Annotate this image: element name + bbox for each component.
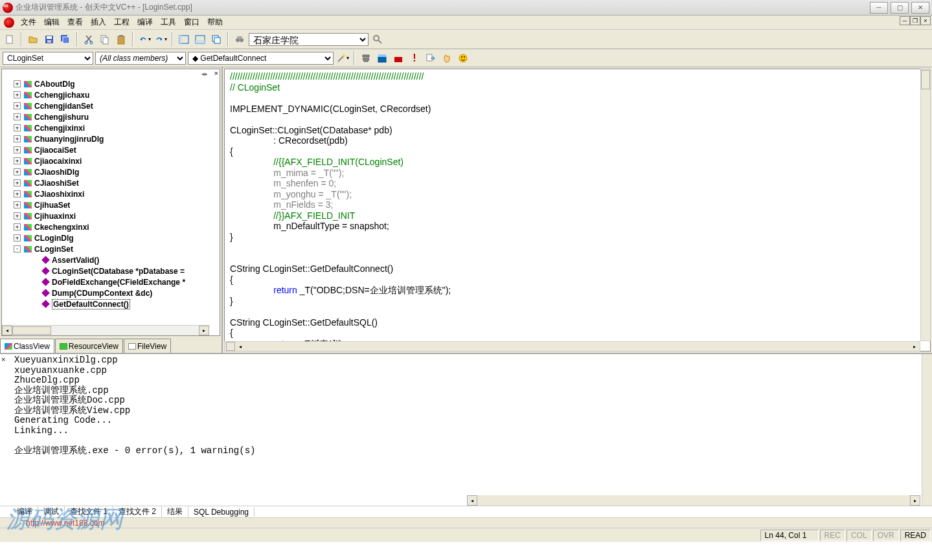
- output-tab-5[interactable]: SQL Debugging: [188, 508, 255, 517]
- output-window-button[interactable]: [193, 32, 207, 47]
- stop-build-button[interactable]: [391, 51, 405, 65]
- tree-class-node[interactable]: +CAboutDlg: [2, 78, 220, 89]
- tree-method-node[interactable]: AssertValid(): [2, 254, 220, 265]
- footer-url-link[interactable]: http://www.net188.com: [26, 519, 104, 528]
- tree-class-node[interactable]: +CJiaoshixinxi: [2, 188, 220, 199]
- compile-button[interactable]: [359, 51, 373, 65]
- code-editor[interactable]: ////////////////////////////////////////…: [224, 69, 931, 352]
- expand-icon[interactable]: +: [14, 168, 21, 175]
- expand-icon[interactable]: +: [14, 190, 21, 197]
- wizard-action-button[interactable]: ▾: [335, 51, 350, 65]
- tree-class-node[interactable]: +Ckechengxinxi: [2, 221, 220, 232]
- menu-窗口[interactable]: 窗口: [180, 16, 203, 29]
- find-in-files-button[interactable]: [233, 32, 247, 47]
- minimize-button[interactable]: ─: [870, 2, 888, 14]
- output-tab-2[interactable]: 查找文件 1: [65, 506, 113, 517]
- menu-帮助[interactable]: 帮助: [203, 16, 227, 29]
- menu-插入[interactable]: 插入: [87, 16, 110, 29]
- menu-编辑[interactable]: 编辑: [40, 16, 63, 29]
- open-file-button[interactable]: [26, 32, 40, 47]
- editor-vscrollbar[interactable]: [920, 69, 931, 341]
- tree-class-node[interactable]: +Cchengjichaxu: [2, 89, 220, 100]
- panel-arrows-icon[interactable]: ◂▸: [201, 71, 208, 77]
- cut-button[interactable]: [82, 32, 96, 47]
- save-all-button[interactable]: [58, 32, 73, 47]
- paste-button[interactable]: [114, 32, 128, 47]
- tree-class-node[interactable]: +ChuanyingjinruDlg: [2, 133, 220, 144]
- tab-classview[interactable]: ClassView: [0, 339, 54, 353]
- tree-class-node-expanded[interactable]: -CLoginSet: [2, 243, 220, 254]
- menu-编译[interactable]: 编译: [133, 16, 157, 29]
- footer-link-bar: http://www.net188.com: [0, 517, 932, 528]
- tree-class-node[interactable]: +Cjihuaxinxi: [2, 210, 220, 221]
- tree-class-node[interactable]: +CJiaoshiDlg: [2, 166, 220, 177]
- tree-class-node[interactable]: +Cchengjixinxi: [2, 122, 220, 133]
- output-vscrollbar[interactable]: [922, 354, 932, 506]
- tree-class-node[interactable]: +CJiaoshiSet: [2, 177, 220, 188]
- tree-class-node[interactable]: +CLoginDlg: [2, 232, 220, 243]
- class-combo[interactable]: CLoginSet: [3, 52, 93, 65]
- mdi-restore-button[interactable]: ❐: [910, 16, 920, 25]
- tree-class-node[interactable]: +CjiaocaiSet: [2, 144, 220, 155]
- go-button[interactable]: [424, 51, 438, 65]
- menu-工具[interactable]: 工具: [157, 16, 180, 29]
- expand-icon[interactable]: +: [14, 91, 21, 98]
- workspace-button[interactable]: [177, 32, 191, 47]
- expand-icon[interactable]: +: [14, 80, 21, 87]
- tree-body[interactable]: +CAboutDlg+Cchengjichaxu+CchengjidanSet+…: [2, 78, 220, 325]
- menu-查看[interactable]: 查看: [63, 16, 87, 29]
- output-tab-3[interactable]: 查找文件 2: [113, 506, 162, 517]
- tree-method-node[interactable]: CLoginSet(CDatabase *pDatabase =: [2, 265, 220, 276]
- build-button[interactable]: [375, 51, 389, 65]
- editor-hscrollbar[interactable]: ◂ ▸: [224, 341, 920, 352]
- find-combo[interactable]: 石家庄学院: [249, 33, 369, 46]
- breakpoint-button[interactable]: [440, 51, 454, 65]
- tree-class-node[interactable]: +CchengjidanSet: [2, 100, 220, 111]
- new-file-button[interactable]: [3, 32, 17, 47]
- output-tab-4[interactable]: 结果: [162, 506, 188, 517]
- expand-icon[interactable]: +: [14, 124, 21, 131]
- expand-icon[interactable]: +: [14, 234, 21, 241]
- close-button[interactable]: ✕: [911, 2, 929, 14]
- tab-resourceview[interactable]: ResourceView: [55, 339, 123, 353]
- function-combo[interactable]: ◆ GetDefaultConnect: [188, 52, 334, 65]
- save-button[interactable]: [42, 32, 56, 47]
- menu-文件[interactable]: 文件: [17, 16, 40, 29]
- tab-fileview[interactable]: FileView: [124, 339, 171, 353]
- expand-icon[interactable]: +: [14, 157, 21, 164]
- mdi-minimize-button[interactable]: ─: [900, 16, 910, 25]
- copy-button[interactable]: [98, 32, 112, 47]
- tree-method-node[interactable]: GetDefaultConnect(): [2, 298, 220, 309]
- redo-button[interactable]: ▾: [153, 32, 168, 47]
- expand-icon[interactable]: +: [14, 179, 21, 186]
- tree-method-node[interactable]: Dump(CDumpContext &dc): [2, 287, 220, 298]
- output-close-button[interactable]: ×: [1, 355, 5, 363]
- expand-icon[interactable]: +: [14, 223, 21, 230]
- tree-class-node[interactable]: +Cchengjishuru: [2, 111, 220, 122]
- maximize-button[interactable]: ▢: [891, 2, 909, 14]
- tree-method-node[interactable]: DoFieldExchange(CFieldExchange *: [2, 276, 220, 287]
- smiley-button[interactable]: [456, 51, 470, 65]
- window-list-button[interactable]: [209, 32, 223, 47]
- execute-button[interactable]: !: [407, 51, 422, 65]
- collapse-icon[interactable]: -: [14, 245, 21, 252]
- expand-icon[interactable]: +: [14, 146, 21, 153]
- expand-icon[interactable]: +: [14, 212, 21, 219]
- tree-hscrollbar[interactable]: ◂ ▸: [2, 325, 209, 335]
- tree-class-node[interactable]: +CjihuaSet: [2, 199, 220, 210]
- members-combo[interactable]: (All class members): [95, 52, 186, 65]
- output-tab-0[interactable]: 编译: [12, 506, 38, 517]
- output-hscrollbar[interactable]: ◂▸: [467, 495, 920, 506]
- expand-icon[interactable]: +: [14, 201, 21, 208]
- expand-icon[interactable]: +: [14, 102, 21, 109]
- menu-工程[interactable]: 工程: [110, 16, 133, 29]
- tree-class-node[interactable]: +Cjiaocaixinxi: [2, 155, 220, 166]
- expand-icon[interactable]: +: [14, 113, 21, 120]
- panel-close-button[interactable]: ×: [214, 69, 218, 77]
- output-text[interactable]: XueyuanxinxiDlg.cpp xueyuanxuanke.cpp Zh…: [0, 354, 932, 506]
- expand-icon[interactable]: +: [14, 135, 21, 142]
- mdi-close-button[interactable]: ×: [920, 16, 931, 25]
- undo-button[interactable]: ▾: [137, 32, 152, 47]
- output-tab-1[interactable]: 调试: [38, 506, 65, 517]
- find-button[interactable]: [370, 32, 385, 47]
